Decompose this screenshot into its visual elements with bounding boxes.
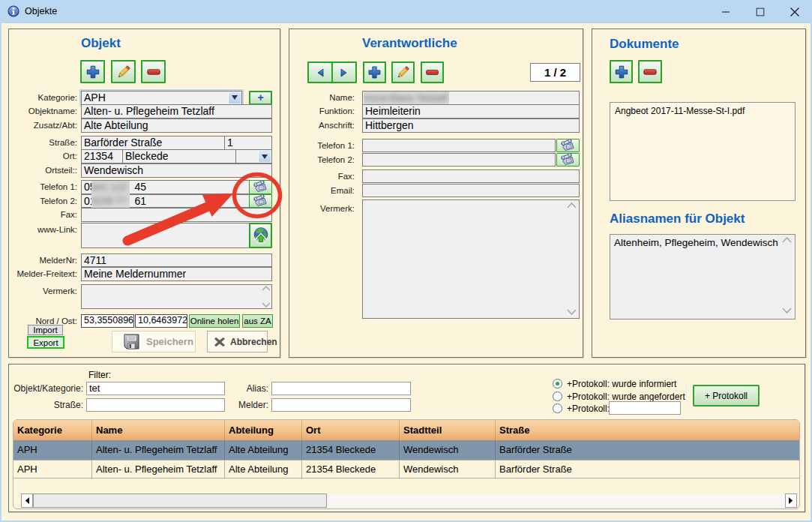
radio-protokoll-informiert[interactable] — [553, 379, 562, 388]
plz-field[interactable]: 21354 — [81, 149, 123, 164]
scroll-down-icon[interactable] — [262, 302, 271, 308]
ort-field[interactable]: Bleckede — [122, 149, 236, 164]
scroll-up-icon[interactable] — [262, 286, 271, 291]
kategorie-combobox[interactable]: APH — [81, 91, 242, 105]
column-header-strasse[interactable]: Straße — [495, 420, 799, 440]
funktion-field[interactable]: Heimleiterin — [362, 104, 580, 118]
label-ort: Ort: — [9, 151, 77, 161]
v-telefon2-dial-button[interactable] — [556, 153, 580, 167]
hausnummer-field[interactable]: 1 — [224, 136, 272, 150]
scroll-right-button[interactable] — [785, 494, 797, 508]
www-open-button[interactable] — [249, 223, 272, 248]
minimize-button[interactable] — [709, 0, 743, 23]
cell-stadtteil[interactable]: Wendewisch — [399, 460, 495, 478]
person-delete-button[interactable] — [421, 62, 444, 83]
table-row[interactable]: APH Alten- u. Pflegeheim Tetzlaff Alte A… — [13, 460, 799, 478]
objekt-delete-button[interactable] — [141, 60, 166, 83]
cell-stadtteil[interactable]: Wendewisch — [399, 441, 495, 460]
email-field[interactable] — [362, 184, 580, 198]
fax-field[interactable] — [81, 208, 272, 222]
person-add-button[interactable] — [363, 62, 386, 83]
aliasnamen-list[interactable]: Altenheim, Pflegeheim, Wendewisch — [610, 234, 796, 320]
ort-dropdown-button[interactable] — [258, 151, 271, 162]
cell-strasse[interactable]: Barförder Straße — [495, 460, 799, 478]
zusatz-field[interactable]: Alte Abteilung — [81, 118, 272, 133]
aus-za-button[interactable]: aus ZA — [242, 314, 273, 328]
cell-abteilung[interactable]: Alte Abteilung — [224, 460, 301, 478]
v-telefon2-field[interactable] — [362, 153, 556, 167]
window-title: Objekte — [25, 0, 57, 23]
scroll-down-icon[interactable] — [567, 309, 576, 314]
scroll-up-icon[interactable] — [782, 237, 791, 242]
column-header-stadtteil[interactable]: Stadtteil — [399, 420, 495, 440]
cell-ort[interactable]: 21354 Bleckede — [301, 460, 399, 478]
table-row-selected[interactable]: APH Alten- u. Pflegeheim Tetzlaff Alte A… — [13, 441, 799, 460]
melder-freitext-field[interactable]: Meine Meldernummer — [81, 267, 272, 281]
ortsteil-field[interactable]: Wendewisch — [81, 164, 272, 178]
cell-abteilung[interactable]: Alte Abteilung — [224, 441, 301, 460]
cell-ort[interactable]: 21354 Bleckede — [301, 441, 399, 460]
cell-kategorie[interactable]: APH — [13, 460, 91, 478]
label-filter-strasse: Straße: — [9, 400, 83, 410]
abbrechen-button[interactable]: Abbrechen — [207, 331, 268, 352]
ost-field[interactable]: 10,6463972 — [135, 314, 187, 328]
prev-person-button[interactable] — [309, 63, 333, 82]
export-button[interactable]: Export — [27, 336, 64, 349]
protokoll-text-input[interactable] — [609, 401, 681, 415]
telefon2-dial-button[interactable] — [249, 194, 272, 208]
radio-protokoll-text[interactable] — [553, 404, 562, 413]
cell-kategorie[interactable]: APH — [13, 441, 91, 460]
column-header-abteilung[interactable]: Abteilung — [224, 420, 301, 440]
objekt-edit-button[interactable] — [111, 60, 136, 83]
v-telefon1-field[interactable] — [362, 139, 556, 153]
objekt-add-button[interactable] — [80, 60, 105, 83]
telefon1-dial-button[interactable] — [249, 180, 272, 194]
speichern-button[interactable]: Speichern — [112, 331, 196, 352]
plus-icon — [613, 64, 630, 80]
panel-dokumente-heading: Dokumente — [610, 37, 679, 52]
person-nav-group — [307, 62, 357, 83]
filter-alias-input[interactable] — [271, 382, 411, 395]
cell-strasse[interactable]: Barförder Straße — [495, 441, 799, 460]
import-button[interactable]: Import — [28, 325, 63, 335]
strasse-field[interactable]: Barförder Straße — [81, 136, 225, 150]
v-telefon1-dial-button[interactable] — [556, 139, 580, 153]
kategorie-dropdown-button[interactable] — [228, 92, 241, 104]
objektname-field[interactable]: Alten- u. Pflegeheim Tetzlaff — [81, 104, 272, 118]
h-scrollbar-thumb[interactable] — [33, 494, 327, 508]
dokument-add-button[interactable] — [610, 60, 633, 83]
ort-combobox[interactable] — [235, 149, 272, 164]
v-vermerk-textarea[interactable] — [362, 200, 580, 320]
label-filter-alias: Alias: — [196, 383, 268, 394]
table-header-row: Kategorie Name Abteilung Ort Stadtteil S… — [13, 420, 799, 441]
nord-field[interactable]: 53,3550896 — [81, 314, 134, 328]
x-icon — [214, 337, 225, 347]
radio-protokoll-angefordert[interactable] — [553, 392, 562, 401]
cell-name[interactable]: Alten- u. Pflegeheim Tetzlaff — [91, 460, 224, 478]
protokoll-button[interactable]: + Protokoll — [693, 385, 760, 406]
label-funktion: Funktion: — [295, 106, 355, 116]
www-link-field[interactable] — [81, 223, 250, 248]
next-person-button[interactable] — [333, 63, 355, 82]
maximize-button[interactable] — [743, 0, 778, 23]
filter-melder-input[interactable] — [271, 398, 411, 412]
anschrift-field[interactable]: Hittbergen — [362, 118, 580, 133]
person-edit-button[interactable] — [391, 62, 415, 83]
scroll-down-icon[interactable] — [782, 308, 791, 313]
scroll-left-button[interactable] — [21, 494, 33, 508]
column-header-ort[interactable]: Ort — [301, 420, 399, 440]
dokument-delete-button[interactable] — [638, 60, 662, 83]
alias-list-item[interactable]: Altenheim, Pflegeheim, Wendewisch — [610, 235, 795, 248]
meldernr-field[interactable]: 4711 — [81, 254, 272, 268]
dokumente-list[interactable]: Angbeot 2017-11-Messe-St-I.pdf — [610, 102, 796, 201]
cell-name[interactable]: Alten- u. Pflegeheim Tetzlaff — [91, 441, 224, 460]
v-fax-field[interactable] — [362, 170, 580, 184]
close-button[interactable] — [778, 0, 812, 23]
column-header-name[interactable]: Name — [91, 420, 224, 440]
column-header-kategorie[interactable]: Kategorie — [13, 420, 91, 440]
scroll-up-icon[interactable] — [567, 202, 576, 208]
kategorie-add-button[interactable]: + — [249, 91, 272, 105]
online-holen-button[interactable]: Online holen — [189, 314, 240, 328]
dokument-list-item[interactable]: Angbeot 2017-11-Messe-St-I.pdf — [610, 103, 795, 116]
vermerk-textarea[interactable] — [81, 284, 272, 310]
